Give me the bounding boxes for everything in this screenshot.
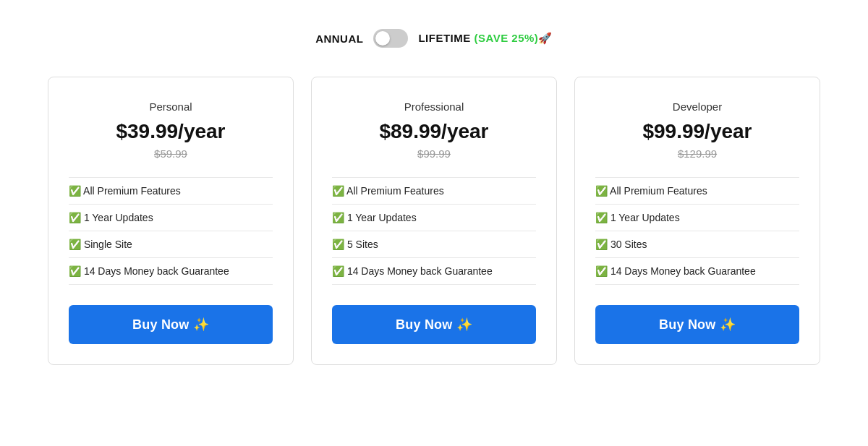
plan-original-price: $129.99 — [678, 147, 717, 160]
plan-card-personal: Personal$39.99/year$59.99✅ All Premium F… — [48, 77, 294, 365]
plan-name: Developer — [673, 100, 722, 113]
plans-container: Personal$39.99/year$59.99✅ All Premium F… — [36, 77, 832, 365]
feature-item: ✅ 14 Days Money back Guarantee — [595, 258, 799, 285]
feature-item: ✅ 5 Sites — [332, 231, 536, 258]
feature-item: ✅ All Premium Features — [332, 177, 536, 205]
annual-label: ANNUAL — [315, 33, 363, 45]
buy-now-button-professional[interactable]: Buy Now ✨ — [332, 305, 536, 344]
feature-item: ✅ Single Site — [69, 231, 273, 258]
billing-toggle[interactable] — [373, 29, 408, 48]
plan-original-price: $59.99 — [154, 147, 187, 160]
buy-now-button-developer[interactable]: Buy Now ✨ — [595, 305, 799, 344]
plan-name: Professional — [404, 100, 464, 113]
feature-item: ✅ 1 Year Updates — [332, 205, 536, 231]
feature-item: ✅ 30 Sites — [595, 231, 799, 258]
lifetime-label: LIFETIME (SAVE 25%)🚀 — [418, 32, 552, 45]
plan-card-professional: Professional$89.99/year$99.99✅ All Premi… — [311, 77, 557, 365]
features-list: ✅ All Premium Features✅ 1 Year Updates✅ … — [595, 177, 799, 285]
features-list: ✅ All Premium Features✅ 1 Year Updates✅ … — [332, 177, 536, 285]
feature-item: ✅ All Premium Features — [69, 177, 273, 205]
plan-card-developer: Developer$99.99/year$129.99✅ All Premium… — [574, 77, 820, 365]
plan-price: $39.99/year — [116, 120, 225, 143]
feature-item: ✅ All Premium Features — [595, 177, 799, 205]
plan-name: Personal — [149, 100, 192, 113]
features-list: ✅ All Premium Features✅ 1 Year Updates✅ … — [69, 177, 273, 285]
toggle-thumb — [375, 31, 390, 46]
buy-now-button-personal[interactable]: Buy Now ✨ — [69, 305, 273, 344]
plan-price: $99.99/year — [642, 120, 752, 143]
feature-item: ✅ 1 Year Updates — [69, 205, 273, 231]
feature-item: ✅ 14 Days Money back Guarantee — [69, 258, 273, 285]
plan-price: $89.99/year — [379, 120, 488, 143]
billing-toggle-container: ANNUAL LIFETIME (SAVE 25%)🚀 — [315, 29, 553, 48]
plan-original-price: $99.99 — [417, 147, 451, 160]
save-badge: (SAVE 25%)🚀 — [474, 32, 552, 44]
feature-item: ✅ 1 Year Updates — [595, 205, 799, 231]
feature-item: ✅ 14 Days Money back Guarantee — [332, 258, 536, 285]
